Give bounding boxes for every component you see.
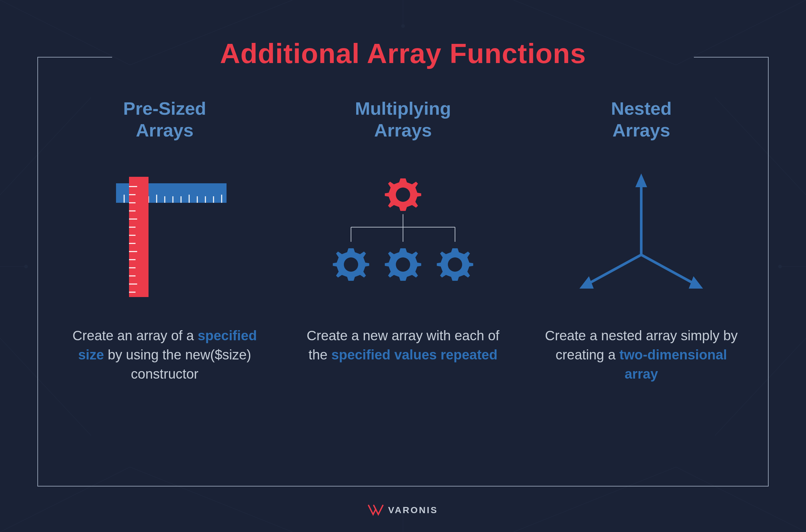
column-pre-sized: Pre-Sized Arrays — [55, 97, 274, 384]
ruler-icon — [97, 167, 233, 304]
column-description: Create a new array with each of the spec… — [299, 326, 507, 365]
column-heading: Multiplying Arrays — [355, 97, 451, 141]
varonis-logo: VARONIS — [0, 505, 806, 516]
axes-icon — [570, 167, 713, 304]
column-multiplying: Multiplying Arrays — [293, 97, 512, 384]
svg-marker-43 — [691, 279, 701, 287]
varonis-logo-text: VARONIS — [388, 505, 438, 515]
svg-line-42 — [641, 255, 695, 284]
column-heading: Nested Arrays — [611, 97, 672, 141]
column-nested: Nested Arrays Create a nested array s — [532, 97, 751, 384]
svg-marker-41 — [582, 279, 592, 287]
svg-point-2 — [779, 265, 782, 268]
page-title: Additional Array Functions — [0, 37, 806, 70]
svg-line-40 — [588, 255, 641, 284]
svg-marker-39 — [637, 177, 645, 186]
column-heading: Pre-Sized Arrays — [123, 97, 206, 141]
column-description: Create a nested array simply by creating… — [537, 326, 745, 383]
svg-point-0 — [401, 24, 405, 27]
columns-container: Pre-Sized Arrays — [55, 97, 751, 384]
svg-point-1 — [24, 265, 27, 268]
gears-icon — [319, 167, 487, 304]
column-description: Create an array of a specified size by u… — [61, 326, 269, 383]
varonis-logo-icon — [368, 505, 384, 516]
